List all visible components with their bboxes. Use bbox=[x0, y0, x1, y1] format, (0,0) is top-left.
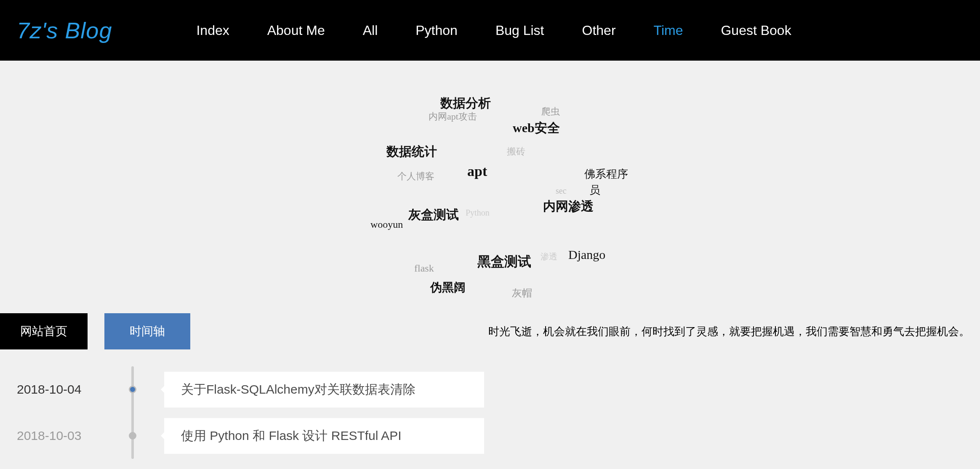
timeline-date: 2018-10-04 bbox=[17, 382, 114, 397]
tag-cloud-item[interactable]: sec bbox=[556, 186, 567, 196]
tag-cloud-item[interactable]: Python bbox=[466, 208, 490, 218]
header: 7z's Blog IndexAbout MeAllPythonBug List… bbox=[0, 0, 980, 61]
tag-cloud-item[interactable]: 数据分析 bbox=[440, 95, 491, 112]
timeline-card[interactable]: 关于Flask-SQLAlchemy对关联数据表清除 bbox=[164, 372, 484, 408]
tag-cloud-item[interactable]: 黑盒测试 bbox=[477, 253, 531, 271]
site-logo[interactable]: 7z's Blog bbox=[17, 17, 112, 43]
tab-timeline[interactable]: 时间轴 bbox=[104, 313, 190, 349]
nav-item-about-me[interactable]: About Me bbox=[267, 23, 325, 38]
nav-item-all[interactable]: All bbox=[363, 23, 378, 38]
tag-cloud-item[interactable]: wooyun bbox=[370, 219, 403, 230]
tag-cloud-item[interactable]: 灰盒测试 bbox=[408, 206, 459, 224]
tag-cloud-item[interactable]: 内网渗透 bbox=[543, 198, 594, 215]
timeline-item: 2018-10-04关于Flask-SQLAlchemy对关联数据表清除 bbox=[17, 366, 980, 413]
tag-cloud-item[interactable]: 员 bbox=[589, 183, 600, 197]
tag-cloud-item[interactable]: 数据统计 bbox=[386, 143, 437, 160]
tag-cloud: 数据分析内网apt攻击爬虫web安全数据统计搬砖个人博客apt佛系程序sec员内… bbox=[0, 61, 980, 313]
quote-text: 时光飞逝，机会就在我们眼前，何时找到了灵感，就要把握机遇，我们需要智慧和勇气去把… bbox=[488, 324, 980, 339]
tag-cloud-item[interactable]: web安全 bbox=[513, 120, 560, 137]
tag-cloud-item[interactable]: 搬砖 bbox=[507, 145, 525, 158]
nav-item-bug-list[interactable]: Bug List bbox=[495, 23, 544, 38]
main-nav: IndexAbout MeAllPythonBug ListOtherTimeG… bbox=[196, 23, 791, 38]
tab-row: 网站首页 时间轴 时光飞逝，机会就在我们眼前，何时找到了灵感，就要把握机遇，我们… bbox=[0, 313, 980, 349]
tag-cloud-item[interactable]: 灰帽 bbox=[512, 286, 532, 300]
tag-cloud-item[interactable]: flask bbox=[414, 263, 434, 274]
tag-cloud-item[interactable]: 佛系程序 bbox=[584, 167, 628, 181]
tag-cloud-item[interactable]: 渗透 bbox=[541, 251, 557, 262]
timeline-date: 2018-10-03 bbox=[17, 429, 114, 443]
nav-item-python[interactable]: Python bbox=[415, 23, 458, 38]
tag-cloud-item[interactable]: 伪黑阔 bbox=[430, 280, 466, 296]
nav-item-index[interactable]: Index bbox=[196, 23, 229, 38]
tag-cloud-item[interactable]: 内网apt攻击 bbox=[429, 110, 477, 123]
tag-cloud-item[interactable]: 爬虫 bbox=[541, 105, 560, 118]
tag-cloud-item[interactable]: 个人博客 bbox=[397, 170, 434, 183]
timeline-item: 2018-10-03使用 Python 和 Flask 设计 RESTful A… bbox=[17, 413, 980, 459]
timeline: 2018-10-04关于Flask-SQLAlchemy对关联数据表清除2018… bbox=[17, 349, 980, 459]
nav-item-other[interactable]: Other bbox=[582, 23, 616, 38]
nav-item-time[interactable]: Time bbox=[654, 23, 683, 38]
tab-home[interactable]: 网站首页 bbox=[0, 313, 88, 349]
timeline-dot-icon bbox=[129, 386, 136, 393]
timeline-card[interactable]: 使用 Python 和 Flask 设计 RESTful API bbox=[164, 418, 484, 454]
timeline-dot-icon bbox=[129, 432, 136, 440]
tag-cloud-item[interactable]: Django bbox=[568, 248, 605, 262]
tag-cloud-item[interactable]: apt bbox=[467, 163, 487, 179]
nav-item-guest-book[interactable]: Guest Book bbox=[721, 23, 791, 38]
